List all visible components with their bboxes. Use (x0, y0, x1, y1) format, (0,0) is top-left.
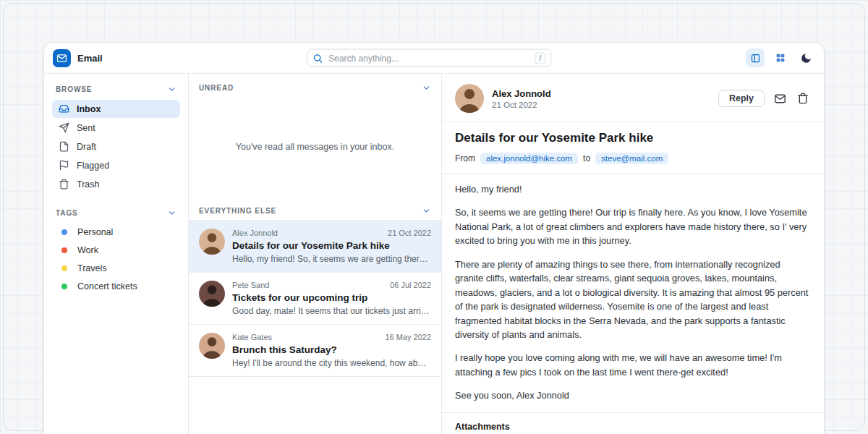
layout-icon (750, 53, 761, 64)
email-meta: Pete Sand 06 Jul 2022 Tickets for our up… (232, 281, 431, 316)
mail-list-column: UNREAD You've read all messages in your … (189, 74, 442, 434)
trash-icon (59, 179, 69, 190)
reply-button[interactable]: Reply (718, 90, 765, 107)
email-detail-pane: Alex Jonnold 21 Oct 2022 Reply (442, 74, 824, 434)
tag-label: Travels (77, 263, 107, 273)
search-input[interactable] (327, 52, 530, 64)
apps-grid-button[interactable] (771, 48, 790, 67)
everything-else-section-header: EVERYTHING ELSE (189, 197, 441, 220)
top-actions (746, 48, 815, 67)
detail-header: Alex Jonnold 21 Oct 2022 Reply (455, 84, 811, 113)
email-snippet: Hey! I'll be around the city this weeken… (232, 358, 431, 368)
email-body: Hello, my friend! So, it seems we are ge… (455, 182, 811, 403)
email-meta: Alex Jonnold 21 Oct 2022 Details for our… (232, 229, 431, 264)
sidebar-item-trash[interactable]: Trash (52, 175, 180, 193)
sidebar-item-flagged[interactable]: Flagged (52, 156, 180, 174)
email-subject: Details for our Yosemite Park hike (232, 240, 431, 251)
layout-toggle-button[interactable] (746, 48, 765, 67)
avatar (455, 84, 484, 113)
email-meta: Kate Gates 16 May 2022 Brunch this Satur… (232, 333, 431, 368)
app-title: Email (77, 53, 103, 64)
detail-actions: Reply (718, 90, 811, 107)
divider (442, 412, 824, 413)
tag-color-dot (61, 247, 67, 253)
search-icon (312, 53, 323, 63)
tag-label: Work (77, 245, 98, 255)
email-snippet: Good day, mate! It seems that our ticket… (232, 306, 431, 316)
everything-else-title: EVERYTHING ELSE (199, 207, 276, 215)
unread-title: UNREAD (199, 84, 234, 92)
unread-empty-message: You've read all messages in your inbox. (189, 97, 441, 197)
browse-nav: Inbox Sent Draft (52, 100, 180, 193)
detail-date: 21 Oct 2022 (492, 101, 551, 109)
search-shortcut-hint: / (535, 52, 545, 64)
browse-section-header: BROWSE (52, 81, 180, 99)
mail-icon (774, 93, 786, 105)
avatar (199, 281, 225, 307)
sidebar-item-sent[interactable]: Sent (52, 119, 180, 137)
sidebar-item-label: Draft (77, 142, 96, 152)
search-box[interactable]: / (307, 49, 551, 67)
tags-title: TAGS (56, 209, 78, 217)
email-sender: Pete Sand (232, 281, 269, 289)
sidebar: BROWSE Inbox Sent (44, 74, 189, 434)
tag-label: Personal (77, 227, 113, 237)
sidebar-item-label: Inbox (77, 104, 101, 114)
sidebar-item-inbox[interactable]: Inbox (52, 100, 180, 118)
tag-item-travels[interactable]: Travels (52, 260, 180, 277)
avatar (199, 333, 225, 359)
detail-sender-block: Alex Jonnold 21 Oct 2022 (492, 88, 551, 109)
sidebar-item-label: Trash (77, 179, 100, 190)
body-paragraph: See you soon, Alex Jonnold (455, 388, 811, 402)
from-label: From (455, 153, 475, 163)
email-list-item-alex[interactable]: Alex Jonnold 21 Oct 2022 Details for our… (189, 220, 441, 272)
brand: Email (53, 49, 103, 67)
email-list-item-pete[interactable]: Pete Sand 06 Jul 2022 Tickets for our up… (189, 272, 441, 324)
sidebar-item-label: Flagged (77, 161, 109, 171)
divider (442, 173, 824, 174)
sidebar-item-draft[interactable]: Draft (52, 137, 180, 156)
chevron-down-icon[interactable] (422, 83, 431, 93)
email-sender: Alex Jonnold (232, 229, 278, 237)
chevron-down-icon[interactable] (167, 85, 176, 94)
send-icon (59, 122, 69, 133)
sidebar-item-label: Sent (77, 123, 95, 133)
tag-label: Concert tickets (77, 281, 137, 292)
draft-icon (59, 141, 69, 152)
inbox-icon (59, 103, 69, 114)
tag-item-work[interactable]: Work (52, 242, 180, 259)
to-email-chip[interactable]: steve@mail.com (595, 153, 668, 164)
chevron-down-icon[interactable] (167, 208, 176, 218)
divider (442, 122, 824, 122)
email-list-item-kate[interactable]: Kate Gates 16 May 2022 Brunch this Satur… (189, 324, 441, 377)
email-date: 16 May 2022 (385, 333, 431, 341)
tag-color-dot (61, 229, 67, 235)
browse-title: BROWSE (56, 85, 92, 93)
chevron-down-icon[interactable] (422, 206, 431, 216)
detail-subject: Details for our Yosemite Park hike (455, 131, 811, 145)
tag-item-personal[interactable]: Personal (52, 224, 180, 241)
delete-email-button[interactable] (795, 90, 811, 106)
body-paragraph: I really hope you love coming along with… (455, 351, 811, 379)
tags-nav: Personal Work Travels Concert tickets (52, 224, 180, 295)
flag-icon (59, 160, 69, 171)
from-email-chip[interactable]: alex.jonnold@hike.com (480, 153, 578, 164)
top-bar: Email / (44, 43, 824, 74)
desktop-background: Email / (0, 0, 868, 434)
tag-color-dot (61, 265, 67, 271)
email-snippet: Hello, my friend! So, it seems we are ge… (232, 254, 431, 264)
tag-item-concert-tickets[interactable]: Concert tickets (52, 278, 180, 295)
dark-mode-toggle[interactable] (796, 48, 815, 67)
email-subject: Tickets for our upcoming trip (232, 292, 431, 303)
forward-mail-button[interactable] (772, 90, 788, 106)
main-layout: BROWSE Inbox Sent (44, 74, 824, 434)
email-app-window: Email / (43, 42, 825, 434)
body-paragraph: So, it seems we are getting there! Our t… (455, 205, 811, 247)
email-date: 21 Oct 2022 (388, 229, 431, 237)
tags-section-header: TAGS (52, 205, 180, 223)
body-paragraph: There are plenty of amazing things to se… (455, 258, 811, 342)
moon-icon (800, 52, 812, 64)
email-logo-icon[interactable] (53, 49, 71, 67)
trash-icon (797, 93, 809, 104)
email-subject: Brunch this Saturday? (232, 344, 431, 355)
